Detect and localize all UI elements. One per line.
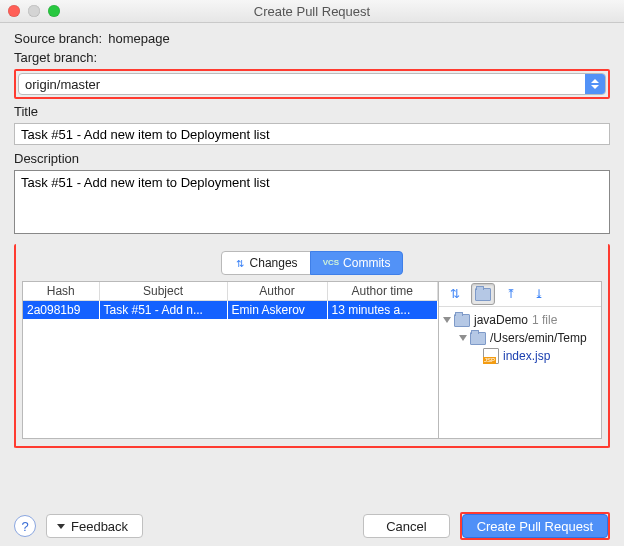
commits-table[interactable]: Hash Subject Author Author time 2a0981b9… — [23, 282, 438, 319]
file-tree-container: ⇅ ⤒ ⤓ javaDemo 1 file — [439, 282, 601, 438]
target-branch-select[interactable]: origin/master — [18, 73, 606, 95]
col-author[interactable]: Author — [227, 282, 327, 301]
expand-all-icon[interactable]: ⤒ — [499, 283, 523, 305]
close-window-icon[interactable] — [8, 5, 20, 17]
title-bar: Create Pull Request — [0, 0, 624, 23]
group-by-directory-icon[interactable] — [471, 283, 495, 305]
show-diff-icon[interactable]: ⇅ — [443, 283, 467, 305]
dialog-footer: ? Feedback Cancel Create Pull Request — [0, 506, 624, 546]
description-input[interactable]: Task #51 - Add new item to Deployment li… — [14, 170, 610, 234]
folder-icon — [454, 314, 470, 327]
submit-label: Create Pull Request — [477, 519, 593, 534]
vcs-icon: VCS — [323, 259, 339, 267]
segmented-control: ⇅ Changes VCS Commits — [22, 251, 602, 275]
source-branch-value: homepage — [108, 31, 169, 46]
chevron-down-icon — [57, 524, 65, 529]
cell-hash: 2a0981b9 — [23, 301, 99, 320]
window-controls — [8, 5, 60, 17]
feedback-label: Feedback — [71, 519, 128, 534]
file-tree-toolbar: ⇅ ⤒ ⤓ — [439, 282, 601, 307]
minimize-window-icon — [28, 5, 40, 17]
tab-changes[interactable]: ⇅ Changes — [221, 251, 311, 275]
diff-icon: ⇅ — [234, 257, 246, 269]
help-icon[interactable]: ? — [14, 515, 36, 537]
tab-commits-label: Commits — [343, 256, 390, 270]
jsp-file-icon: JSP — [483, 348, 499, 364]
feedback-button[interactable]: Feedback — [46, 514, 143, 538]
tab-commits[interactable]: VCS Commits — [310, 251, 404, 275]
tree-path: /Users/emin/Temp — [490, 329, 587, 347]
col-subject[interactable]: Subject — [99, 282, 227, 301]
commits-table-container: Hash Subject Author Author time 2a0981b9… — [23, 282, 439, 438]
tree-root-name: javaDemo — [474, 311, 528, 329]
cell-time: 13 minutes a... — [327, 301, 438, 320]
folder-icon — [470, 332, 486, 345]
cancel-button[interactable]: Cancel — [363, 514, 449, 538]
cell-subject: Task #51 - Add n... — [99, 301, 227, 320]
window-title: Create Pull Request — [254, 4, 370, 19]
chevron-down-icon[interactable] — [443, 317, 451, 323]
target-branch-label: Target branch: — [14, 50, 97, 65]
cell-author: Emin Askerov — [227, 301, 327, 320]
create-pull-request-button[interactable]: Create Pull Request — [462, 514, 608, 538]
col-time[interactable]: Author time — [327, 282, 438, 301]
changes-commits-highlight: ⇅ Changes VCS Commits — [14, 244, 610, 448]
dropdown-caret-icon — [585, 74, 605, 94]
submit-highlight: Create Pull Request — [460, 512, 610, 540]
title-input[interactable] — [14, 123, 610, 145]
source-branch-label: Source branch: — [14, 31, 102, 46]
file-tree[interactable]: javaDemo 1 file /Users/emin/Temp JSP ind… — [439, 307, 601, 369]
commits-panel: Hash Subject Author Author time 2a0981b9… — [22, 281, 602, 439]
collapse-all-icon[interactable]: ⤓ — [527, 283, 551, 305]
zoom-window-icon[interactable] — [48, 5, 60, 17]
table-row[interactable]: 2a0981b9 Task #51 - Add n... Emin Askero… — [23, 301, 438, 320]
tab-changes-label: Changes — [250, 256, 298, 270]
target-branch-highlight: origin/master — [14, 69, 610, 99]
tree-root-count: 1 file — [532, 311, 557, 329]
title-label: Title — [14, 104, 38, 119]
description-label: Description — [14, 151, 79, 166]
target-branch-selected: origin/master — [19, 74, 585, 94]
chevron-down-icon[interactable] — [459, 335, 467, 341]
cancel-label: Cancel — [386, 519, 426, 534]
col-hash[interactable]: Hash — [23, 282, 99, 301]
tree-file-name[interactable]: index.jsp — [503, 347, 550, 365]
